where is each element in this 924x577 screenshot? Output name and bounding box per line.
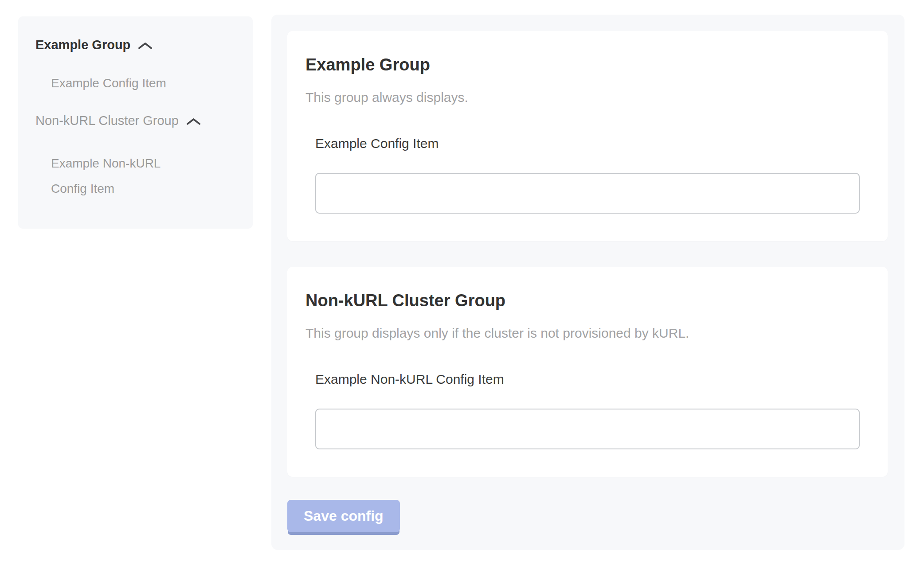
group-title: Non-kURL Cluster Group bbox=[305, 290, 860, 311]
sidebar-item-example-non-kurl-config-item[interactable]: Example Non-kURL Config Item bbox=[35, 151, 188, 201]
chevron-up-icon[interactable] bbox=[137, 42, 153, 50]
config-nav-sidebar: Example Group Example Config Item Non-kU… bbox=[18, 16, 253, 229]
config-item-label: Example Non-kURL Config Item bbox=[315, 370, 860, 388]
nav-group-example-group: Example Group Example Config Item bbox=[35, 37, 237, 91]
sidebar-group-label: Example Group bbox=[35, 37, 130, 53]
config-content-panel: Example Group This group always displays… bbox=[271, 15, 904, 550]
sidebar-item-example-config-item[interactable]: Example Config Item bbox=[35, 75, 237, 91]
config-item-label: Example Config Item bbox=[315, 135, 860, 152]
group-description: This group always displays. bbox=[305, 89, 860, 106]
example-non-kurl-config-item-input[interactable] bbox=[315, 409, 860, 449]
sidebar-group-non-kurl-cluster-group[interactable]: Non-kURL Cluster Group bbox=[35, 113, 237, 129]
sidebar-group-label: Non-kURL Cluster Group bbox=[35, 113, 179, 129]
save-config-button[interactable]: Save config bbox=[287, 500, 400, 532]
group-title: Example Group bbox=[305, 54, 860, 75]
config-group-card-example-group: Example Group This group always displays… bbox=[287, 31, 888, 241]
chevron-up-icon[interactable] bbox=[186, 117, 201, 126]
config-field: Example Non-kURL Config Item bbox=[315, 370, 860, 449]
group-description: This group displays only if the cluster … bbox=[305, 324, 860, 342]
nav-group-non-kurl-cluster-group: Non-kURL Cluster Group Example Non-kURL … bbox=[35, 113, 237, 201]
example-config-item-input[interactable] bbox=[315, 173, 860, 214]
sidebar-group-example-group[interactable]: Example Group bbox=[35, 37, 237, 53]
config-field: Example Config Item bbox=[315, 135, 860, 214]
config-group-card-non-kurl-cluster-group: Non-kURL Cluster Group This group displa… bbox=[287, 267, 888, 477]
